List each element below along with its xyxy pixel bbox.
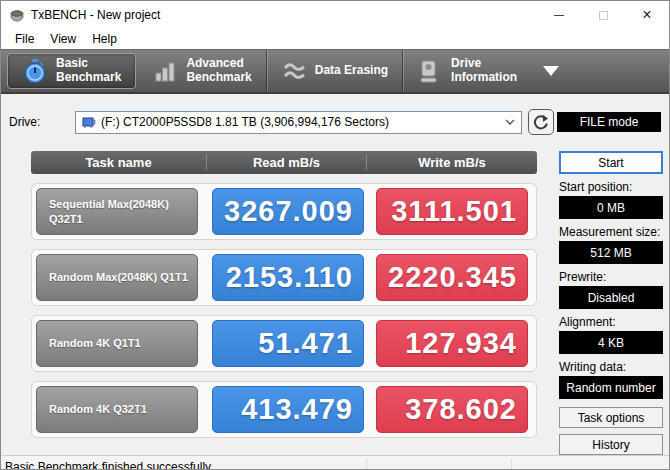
header-task-name: Task name — [31, 155, 206, 170]
main-content: Task name Read mB/s Write mB/s Sequentia… — [31, 151, 661, 455]
chevron-down-icon — [505, 119, 515, 125]
app-window: TxBENCH - New project × File View Help B… — [0, 0, 670, 470]
tab-bar: Basic Benchmark Advanced Benchmark Data … — [1, 49, 669, 94]
app-icon — [9, 7, 25, 23]
menu-bar: File View Help — [1, 29, 669, 49]
prewrite-value-button[interactable]: Disabled — [559, 286, 663, 309]
tab-label: Drive Information — [451, 57, 517, 85]
status-bar: Basic Benchmark finished successfully. — [1, 455, 669, 470]
menu-help[interactable]: Help — [84, 30, 125, 48]
measurement-size-value-button[interactable]: 512 MB — [559, 241, 663, 264]
status-text: Basic Benchmark finished successfully. — [5, 460, 214, 470]
window-title: TxBENCH - New project — [31, 8, 160, 22]
task-button-random-max-q1t1[interactable]: Random Max(2048K) Q1T1 — [36, 254, 198, 301]
read-value: 413.479 — [212, 386, 364, 433]
history-button[interactable]: History — [559, 434, 663, 455]
minimize-button[interactable] — [537, 1, 581, 29]
write-value: 127.934 — [376, 320, 528, 367]
tab-overflow-caret-icon[interactable] — [543, 66, 559, 76]
table-row: Sequential Max(2048K) Q32T1 3267.009 311… — [31, 183, 537, 240]
tab-advanced-benchmark[interactable]: Advanced Benchmark — [138, 50, 265, 92]
table-row: Random 4K Q32T1 413.479 378.602 — [31, 381, 537, 438]
title-bar: TxBENCH - New project × — [1, 1, 669, 29]
header-read: Read mB/s — [206, 155, 366, 170]
measurement-size-label: Measurement size: — [559, 225, 663, 240]
tab-basic-benchmark[interactable]: Basic Benchmark — [7, 53, 136, 89]
status-separator — [366, 459, 367, 470]
drive-select[interactable]: (F:) CT2000P5SSD8 1.81 TB (3,906,994,176… — [75, 111, 522, 134]
read-value: 2153.110 — [212, 254, 364, 301]
start-position-value-button[interactable]: 0 MB — [559, 196, 663, 219]
close-button[interactable]: × — [625, 1, 669, 29]
bar-chart-icon — [152, 58, 178, 84]
drive-selected-value: (F:) CT2000P5SSD8 1.81 TB (3,906,994,176… — [101, 115, 389, 129]
write-value: 2220.345 — [376, 254, 528, 301]
task-button-random-4k-q32t1[interactable]: Random 4K Q32T1 — [36, 386, 198, 433]
task-button-random-4k-q1t1[interactable]: Random 4K Q1T1 — [36, 320, 198, 367]
erase-zigzag-icon — [281, 58, 307, 84]
write-value: 3111.501 — [376, 188, 528, 235]
window-controls: × — [537, 1, 669, 29]
maximize-button[interactable] — [581, 1, 625, 29]
disk-icon — [82, 117, 96, 128]
task-button-sequential-q32t1[interactable]: Sequential Max(2048K) Q32T1 — [36, 188, 198, 235]
drive-icon — [417, 58, 443, 84]
tab-drive-information[interactable]: Drive Information — [402, 50, 531, 92]
alignment-label: Alignment: — [559, 315, 663, 330]
benchmark-table: Task name Read mB/s Write mB/s Sequentia… — [31, 151, 537, 438]
start-position-label: Start position: — [559, 180, 663, 195]
stopwatch-icon — [22, 58, 48, 84]
write-value: 378.602 — [376, 386, 528, 433]
drive-label: Drive: — [9, 115, 75, 129]
writing-data-label: Writing data: — [559, 360, 663, 375]
header-write: Write mB/s — [366, 155, 537, 170]
refresh-button[interactable] — [528, 109, 554, 135]
settings-panel: Start Start position: 0 MB Measurement s… — [559, 151, 663, 455]
read-value: 51.471 — [212, 320, 364, 367]
writing-data-value-button[interactable]: Random number — [559, 376, 663, 399]
drive-row: Drive: (F:) CT2000P5SSD8 1.81 TB (3,906,… — [9, 109, 661, 135]
refresh-icon — [533, 114, 549, 130]
task-options-button[interactable]: Task options — [559, 407, 663, 428]
tab-label: Data Erasing — [315, 64, 388, 78]
table-header: Task name Read mB/s Write mB/s — [31, 151, 537, 174]
status-separator — [511, 459, 512, 470]
prewrite-label: Prewrite: — [559, 270, 663, 285]
file-mode-button[interactable]: FILE mode — [557, 112, 661, 132]
tab-label: Advanced Benchmark — [186, 57, 251, 85]
table-row: Random Max(2048K) Q1T1 2153.110 2220.345 — [31, 249, 537, 306]
read-value: 3267.009 — [212, 188, 364, 235]
alignment-value-button[interactable]: 4 KB — [559, 331, 663, 354]
start-button[interactable]: Start — [559, 151, 663, 174]
tab-data-erasing[interactable]: Data Erasing — [266, 50, 402, 92]
tab-label: Basic Benchmark — [56, 57, 121, 85]
table-row: Random 4K Q1T1 51.471 127.934 — [31, 315, 537, 372]
menu-view[interactable]: View — [42, 30, 84, 48]
menu-file[interactable]: File — [7, 30, 42, 48]
